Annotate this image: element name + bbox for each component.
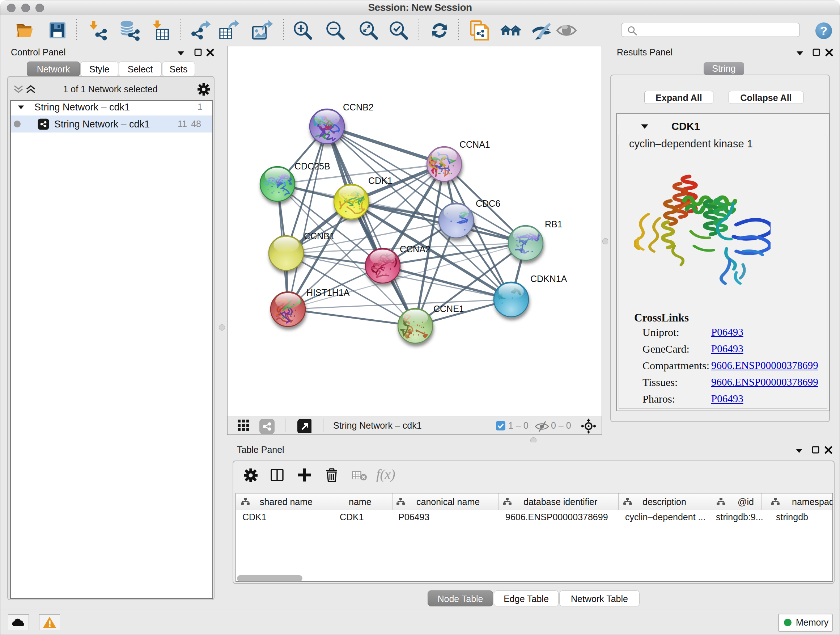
svg-text:RB1: RB1 bbox=[545, 219, 562, 229]
svg-text:CDK1: CDK1 bbox=[368, 176, 393, 186]
svg-text:CCNB2: CCNB2 bbox=[343, 102, 374, 112]
svg-text:CDC6: CDC6 bbox=[476, 198, 500, 209]
svg-text:CCNA2: CCNA2 bbox=[400, 244, 431, 254]
svg-text:CCNA1: CCNA1 bbox=[459, 139, 490, 149]
svg-text:CCNE1: CCNE1 bbox=[433, 304, 464, 314]
svg-text:HIST1H1A: HIST1H1A bbox=[306, 287, 350, 298]
svg-text:CDKN1A: CDKN1A bbox=[531, 274, 567, 284]
svg-text:CDC25B: CDC25B bbox=[294, 161, 330, 171]
svg-text:CCNB1: CCNB1 bbox=[304, 231, 335, 241]
